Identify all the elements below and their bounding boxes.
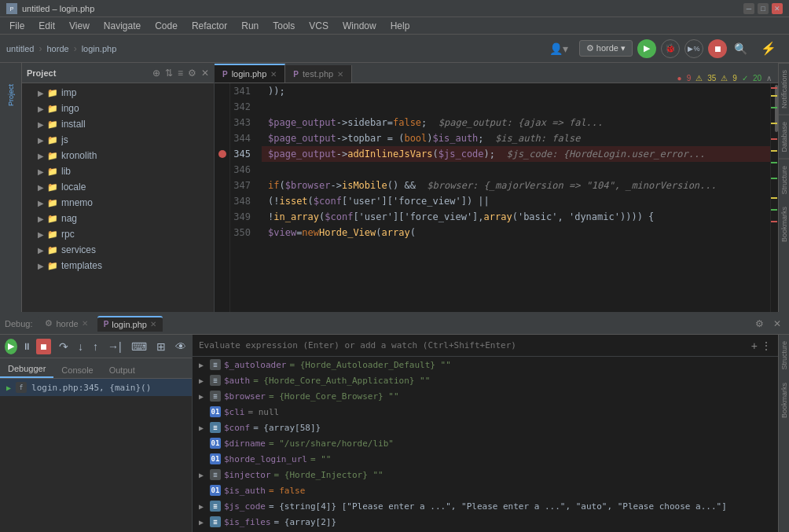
database-tab[interactable]: Database (779, 115, 789, 159)
bookmarks-tab[interactable]: Bookmarks (779, 200, 789, 248)
menu-code[interactable]: Code (149, 19, 184, 33)
table-view-btn[interactable]: ⊞ (153, 339, 169, 354)
fold-toggle[interactable]: ∧ (766, 74, 772, 83)
debug-pause-btn[interactable]: ⏸ (19, 339, 35, 354)
tree-item-install[interactable]: ▶ 📁 install (22, 116, 214, 132)
user-icon-btn[interactable]: 👤▾ (543, 40, 574, 57)
tree-arrow-templates: ▶ (38, 262, 47, 270)
settings-project-icon[interactable]: ⚙ (188, 68, 196, 79)
breadcrumb-loginphp[interactable]: login.php (82, 44, 117, 53)
watch-settings-btn[interactable]: ⋮ (761, 339, 772, 352)
search-toolbar-button[interactable]: 🔍 (732, 40, 750, 57)
gutter-347 (215, 178, 229, 193)
var-js-code[interactable]: ▶ ≡ $js_code = {string[4]} ["Please ente… (193, 498, 778, 514)
menu-vcs[interactable]: VCS (303, 19, 335, 33)
tree-item-mnemo[interactable]: ▶ 📁 mnemo (22, 195, 214, 211)
add-project-icon[interactable]: ⊕ (152, 68, 160, 79)
debug-session-close-login[interactable]: ✕ (150, 320, 156, 328)
run-button[interactable]: ▶ (637, 39, 656, 58)
var-dirname[interactable]: 01 $dirname = "/usr/share/horde/lib" (193, 435, 778, 451)
debug-session-close-horde[interactable]: ✕ (82, 319, 88, 328)
tree-item-nag[interactable]: ▶ 📁 nag (22, 211, 214, 226)
tab-close-test[interactable]: ✕ (337, 70, 343, 79)
var-is-auth[interactable]: 01 $is_auth = false (193, 482, 778, 498)
tab-close-login[interactable]: ✕ (270, 70, 277, 79)
var-cli[interactable]: 01 $cli = null (193, 404, 778, 420)
editor-scrollbar[interactable] (770, 83, 778, 312)
collapse-icon[interactable]: ⇅ (165, 68, 173, 79)
menu-tools[interactable]: Tools (266, 19, 301, 33)
debug-settings-btn[interactable]: ⚙ (752, 317, 767, 331)
minimize-button[interactable]: ─ (743, 3, 754, 14)
evaluate-btn[interactable]: ⌨ (128, 339, 150, 354)
watch-add-btn[interactable]: + (751, 339, 758, 352)
var-injector[interactable]: ▶ ≡ $injector = {Horde_Injector} "" (193, 467, 778, 482)
menu-edit[interactable]: Edit (32, 19, 61, 33)
tree-item-js[interactable]: ▶ 📁 js (22, 132, 214, 148)
var-autoloader[interactable]: ▶ ≡ $_autoloader = {Horde_Autoloader_Def… (193, 357, 778, 372)
debug-session-loginphp[interactable]: P login.php ✕ (97, 316, 163, 332)
close-button[interactable]: ✕ (772, 3, 783, 14)
var-name-injector: $injector (224, 470, 271, 480)
menu-file[interactable]: File (3, 19, 31, 33)
filter-icon[interactable]: ≡ (178, 68, 183, 79)
tab-login-php[interactable]: P login.php ✕ (215, 64, 285, 83)
tree-item-rpc[interactable]: ▶ 📁 rpc (22, 226, 214, 242)
tree-item-locale[interactable]: ▶ 📁 locale (22, 179, 214, 195)
tree-item-ingo[interactable]: ▶ 📁 ingo (22, 101, 214, 116)
debug-run-button[interactable]: 🐞 (661, 39, 680, 58)
structure-tab-side[interactable]: Structure (779, 159, 789, 201)
tree-item-templates[interactable]: ▶ 📁 templates (22, 258, 214, 273)
menu-help[interactable]: Help (384, 19, 417, 33)
stack-item-main[interactable]: ▶ f login.php:345, {main}() (0, 379, 192, 396)
breadcrumb-untitled[interactable]: untitled (6, 44, 34, 53)
horde-dropdown-btn[interactable]: ⚙ horde ▾ (579, 40, 633, 57)
hide-panel-icon[interactable]: ✕ (201, 68, 209, 79)
debug-stop-btn[interactable]: ⏹ (36, 339, 51, 354)
tree-item-services[interactable]: ▶ 📁 services (22, 242, 214, 258)
svg-text:P: P (10, 6, 14, 12)
debugger-subtab[interactable]: Debugger (0, 361, 53, 378)
tree-item-imp[interactable]: ▶ 📁 imp (22, 85, 214, 101)
menu-window[interactable]: Window (336, 19, 383, 33)
var-browser[interactable]: ▶ ≡ $browser = {Horde_Core_Browser} "" (193, 388, 778, 404)
debug-session-label-horde: horde (56, 319, 78, 328)
menu-view[interactable]: View (63, 19, 96, 33)
menu-run[interactable]: Run (235, 19, 265, 33)
gutter-345-bp[interactable] (215, 146, 229, 162)
settings-button[interactable]: ⚡ (754, 39, 783, 58)
step-into-btn[interactable]: ↓ (75, 339, 86, 354)
menu-navigate[interactable]: Navigate (97, 19, 147, 33)
coverage-button[interactable]: ▶% (684, 39, 703, 58)
var-conf[interactable]: ▶ ≡ $conf = {array[58]} (193, 420, 778, 435)
linenum-349: 349 (230, 209, 255, 225)
debug-session-horde[interactable]: ⚙ horde ✕ (39, 316, 94, 331)
bookmarks-side-tab[interactable]: Bookmarks (779, 378, 790, 423)
debug-close-btn[interactable]: ✕ (770, 317, 784, 331)
var-is-files[interactable]: ▶ ≡ $is_files = {array[2]} (193, 514, 778, 530)
notifications-tab[interactable]: Notifications (779, 63, 789, 115)
var-expand-browser: ▶ (199, 392, 207, 401)
watch-btn[interactable]: 👁 (172, 339, 189, 354)
warn-indicator-4 (771, 197, 777, 199)
stop-button[interactable]: ⏹ (708, 39, 727, 58)
step-over-btn[interactable]: ↷ (56, 339, 72, 354)
sidebar-project-icon[interactable]: Project (1, 68, 21, 123)
debug-play-btn[interactable]: ▶ (5, 339, 17, 354)
scroll-thumb[interactable] (775, 85, 778, 132)
step-out-btn[interactable]: ↑ (90, 339, 101, 354)
var-horde-login-url[interactable]: 01 $horde_login_url = "" (193, 451, 778, 467)
var-auth[interactable]: ▶ ≡ $auth = {Horde_Core_Auth_Application… (193, 372, 778, 388)
tab-test-php[interactable]: P test.php ✕ (285, 65, 352, 83)
tree-label-ingo: ingo (61, 103, 79, 114)
breadcrumb-horde[interactable]: horde (46, 44, 68, 53)
tree-item-lib[interactable]: ▶ 📁 lib (22, 163, 214, 179)
watch-expression-input[interactable] (199, 340, 748, 350)
output-subtab[interactable]: Output (101, 362, 143, 378)
menu-refactor[interactable]: Refactor (185, 19, 233, 33)
console-subtab[interactable]: Console (53, 362, 101, 378)
maximize-button[interactable]: □ (758, 3, 769, 14)
tree-item-kronolith[interactable]: ▶ 📁 kronolith (22, 148, 214, 163)
structure-side-tab[interactable]: Structure (779, 336, 790, 375)
run-to-cursor-btn[interactable]: →| (105, 339, 125, 354)
